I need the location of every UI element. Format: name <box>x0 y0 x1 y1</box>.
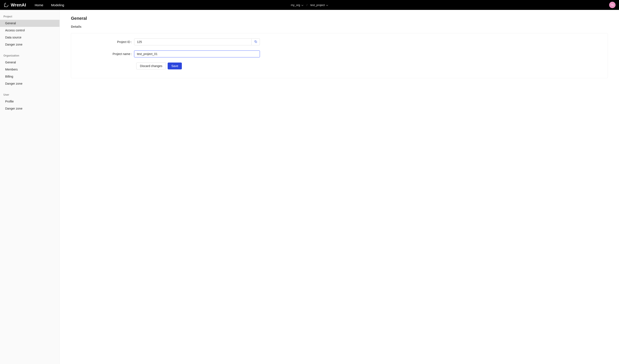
save-button[interactable]: Save <box>168 63 182 70</box>
form-row-project-name: Project name <box>77 51 602 57</box>
chevron-down-icon <box>301 4 304 6</box>
user-avatar[interactable]: TE <box>609 2 616 8</box>
breadcrumb-separator: / <box>307 3 307 7</box>
nav-home[interactable]: Home <box>35 3 43 7</box>
form-actions: Discard changes Save <box>136 63 602 70</box>
brand-name: WrenAI <box>11 2 26 8</box>
app-header: WrenAI Home Modeling my_org / test_proje… <box>0 0 619 10</box>
sidebar-item-billing[interactable]: Billing <box>0 73 59 80</box>
sidebar-section-organization: Organization General Members Billing Dan… <box>0 54 59 87</box>
sidebar-item-user-danger-zone[interactable]: Danger zone <box>0 105 59 112</box>
chevron-down-icon <box>326 4 328 6</box>
sidebar-item-project-danger-zone[interactable]: Danger zone <box>0 41 59 48</box>
wren-logo-icon <box>3 2 9 8</box>
copy-project-id-button[interactable] <box>252 39 260 45</box>
sidebar-item-data-source[interactable]: Data source <box>0 34 59 41</box>
sidebar-item-members[interactable]: Members <box>0 66 59 73</box>
project-name-label: Project name <box>77 52 134 56</box>
sidebar-section-title: Organization <box>0 54 59 59</box>
settings-sidebar: Project General Access control Data sour… <box>0 10 60 364</box>
svg-rect-2 <box>255 41 257 42</box>
nav-modeling[interactable]: Modeling <box>51 3 64 7</box>
brand-logo[interactable]: WrenAI <box>3 2 26 8</box>
sidebar-section-title: User <box>0 93 59 98</box>
sidebar-item-project-general[interactable]: General <box>0 20 59 27</box>
project-id-label: Project ID <box>77 40 134 44</box>
project-id-input[interactable] <box>134 39 252 45</box>
sidebar-item-org-general[interactable]: General <box>0 59 59 66</box>
form-row-project-id: Project ID <box>77 39 602 45</box>
sidebar-section-project: Project General Access control Data sour… <box>0 15 59 48</box>
primary-nav: Home Modeling <box>35 3 64 7</box>
project-name-input[interactable] <box>134 51 260 57</box>
section-title: Details <box>71 25 608 28</box>
breadcrumb-project[interactable]: test_project <box>310 3 328 7</box>
page-title: General <box>71 16 608 21</box>
details-card: Project ID Project name <box>71 33 608 78</box>
svg-point-1 <box>5 4 6 4</box>
sidebar-section-user: User Profile Danger zone <box>0 93 59 112</box>
breadcrumb-org[interactable]: my_org <box>291 3 304 7</box>
sidebar-item-access-control[interactable]: Access control <box>0 27 59 34</box>
discard-changes-button[interactable]: Discard changes <box>136 63 166 70</box>
sidebar-item-profile[interactable]: Profile <box>0 98 59 105</box>
copy-icon <box>254 40 257 44</box>
breadcrumb: my_org / test_project <box>291 3 328 7</box>
main-content: General Details Project ID <box>60 10 619 364</box>
breadcrumb-org-label: my_org <box>291 3 300 7</box>
breadcrumb-project-label: test_project <box>310 3 325 7</box>
sidebar-section-title: Project <box>0 15 59 20</box>
sidebar-item-org-danger-zone[interactable]: Danger zone <box>0 80 59 87</box>
svg-point-0 <box>4 3 8 7</box>
